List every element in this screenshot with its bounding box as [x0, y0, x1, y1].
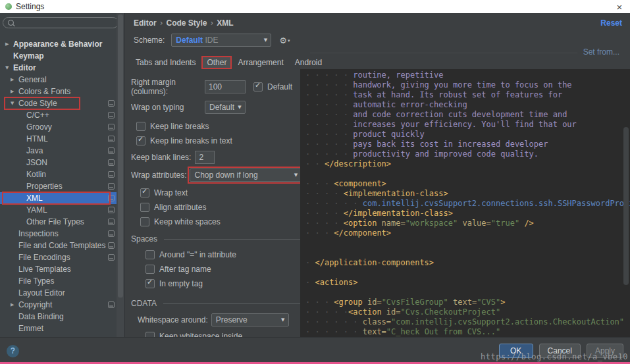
modified-indicator-icon — [108, 195, 115, 201]
sidebar-item-copyright[interactable]: ▶Copyright — [0, 299, 117, 311]
sidebar-item-yaml[interactable]: YAML — [0, 204, 117, 216]
sidebar-item-keymap[interactable]: Keymap — [0, 50, 117, 62]
sidebar-item-label: General — [18, 75, 47, 84]
modified-indicator-icon — [108, 124, 115, 130]
chevron-right-icon[interactable]: ▶ — [11, 89, 18, 94]
apply-button[interactable]: Apply — [587, 344, 623, 358]
sidebar-item-file-types[interactable]: File Types — [0, 275, 117, 287]
scheme-dropdown[interactable]: Default IDE ▼ — [171, 34, 271, 47]
tab-arrangement[interactable]: Arrangement — [233, 57, 288, 68]
sidebar-item-live-templates[interactable]: Live Templates — [0, 263, 117, 275]
sidebar-item-html[interactable]: HTML — [0, 133, 117, 145]
sidebar-scrollbar-thumb[interactable] — [118, 14, 123, 298]
right-margin-default-checkbox[interactable] — [253, 82, 263, 91]
tab-tabs-and-indents[interactable]: Tabs and Indents — [131, 57, 200, 68]
sidebar-item-json[interactable]: JSON — [0, 157, 117, 169]
code-line — [305, 288, 630, 298]
code-line: · · · · · product quickly — [305, 130, 630, 140]
modified-indicator-icon — [108, 301, 115, 308]
sidebar-item-label: YAML — [26, 205, 47, 215]
sidebar-item-file-and-code-templates[interactable]: File and Code Templates — [0, 240, 117, 251]
code-line: · · · · </implementation-class> — [305, 209, 630, 219]
cancel-button[interactable]: Cancel — [539, 344, 581, 358]
tab-android[interactable]: Android — [290, 57, 327, 68]
code-line: · · · · · handwork, giving you more time… — [305, 80, 630, 90]
around-equals-checkbox[interactable] — [145, 250, 155, 259]
code-line: · · · <component> — [305, 179, 630, 189]
in-empty-tag-label: In empty tag — [159, 279, 203, 288]
chevron-right-icon[interactable]: ▶ — [11, 77, 18, 82]
tab-bar: Tabs and IndentsOtherArrangementAndroid — [131, 57, 327, 68]
keep-whitespace-inside-checkbox[interactable] — [145, 332, 155, 337]
sidebar-item-editor[interactable]: ▼Editor — [0, 62, 117, 74]
sidebar-item-layout-editor[interactable]: Layout Editor — [0, 287, 117, 299]
code-line: · · · · · pays back its cost in increase… — [305, 140, 630, 149]
tab-other[interactable]: Other — [202, 57, 231, 68]
sidebar-item-c-c[interactable]: C/C++ — [0, 109, 117, 121]
reset-link[interactable]: Reset — [600, 18, 622, 28]
wrap-text-checkbox[interactable] — [140, 188, 149, 197]
chevron-down-icon[interactable]: ▼ — [5, 65, 13, 70]
sidebar-item-label: Appearance & Behavior — [13, 39, 102, 49]
settings-tree: ▶Appearance & BehaviorKeymap▼Editor▶Gene… — [0, 42, 117, 337]
code-line: · · · · · · text="C_heck Out from CVS...… — [305, 327, 630, 337]
sidebar-item-colors-fonts[interactable]: ▶Colors & Fonts — [0, 86, 117, 97]
chevron-down-icon: ▼ — [278, 317, 288, 323]
sidebar-item-emmet[interactable]: Emmet — [0, 323, 117, 334]
chevron-right-icon[interactable]: ▶ — [11, 302, 18, 307]
ok-button[interactable]: OK — [499, 344, 533, 358]
code-line — [305, 238, 630, 248]
code-line — [305, 268, 630, 278]
modified-indicator-icon — [108, 219, 115, 225]
search-input[interactable] — [3, 17, 118, 28]
chevron-right-icon[interactable]: ▶ — [5, 41, 13, 47]
wrap-on-typing-dropdown[interactable]: Default ▼ — [205, 101, 246, 114]
settings-dialog: ▶Appearance & BehaviorKeymap▼Editor▶Gene… — [0, 13, 630, 337]
sidebar-item-kotlin[interactable]: Kotlin — [0, 169, 117, 180]
set-from-divider — [310, 53, 577, 53]
gear-icon[interactable]: ⚙▾ — [279, 36, 290, 45]
breadcrumb-editor: Editor — [134, 18, 157, 28]
whitespace-around-dropdown[interactable]: Preserve ▼ — [211, 313, 289, 326]
sidebar-item-other-file-types[interactable]: Other File Types — [0, 216, 117, 228]
keep-line-breaks-checkbox[interactable] — [136, 122, 145, 131]
chevron-down-icon[interactable]: ▼ — [11, 101, 18, 106]
align-attributes-checkbox[interactable] — [140, 203, 149, 212]
sidebar-scrollbar[interactable] — [117, 13, 124, 337]
settings-main-panel: Editor›Code Style›XML Reset Scheme: Defa… — [126, 13, 630, 337]
sidebar-item-appearance-behavior[interactable]: ▶Appearance & Behavior — [0, 38, 117, 50]
align-attributes-label: Align attributes — [154, 203, 206, 212]
keep-line-breaks-in-text-checkbox[interactable] — [136, 136, 145, 145]
modified-indicator-icon — [108, 242, 115, 249]
sidebar-item-code-style[interactable]: ▼Code Style — [0, 97, 117, 109]
set-from-link[interactable]: Set from... — [583, 47, 619, 57]
code-line: · · · · · routine, repetitive — [305, 70, 630, 80]
wrap-attributes-dropdown[interactable]: Chop down if long ▼ — [190, 169, 301, 182]
chevron-down-icon: ▼ — [260, 38, 271, 43]
sidebar-item-label: Copyright — [18, 300, 52, 309]
sidebar-item-inspections[interactable]: Inspections — [0, 228, 117, 240]
right-margin-input[interactable]: 100 — [205, 80, 246, 93]
dialog-footer: ? OK Cancel Apply — [0, 337, 630, 364]
spaces-section-header: Spaces — [131, 234, 301, 244]
settings-app-icon — [5, 3, 12, 10]
sidebar-item-groovy[interactable]: Groovy — [0, 121, 117, 133]
help-icon[interactable]: ? — [7, 345, 19, 357]
sidebar-item-xml[interactable]: XML — [0, 192, 117, 204]
keep-blank-lines-input[interactable]: 2 — [195, 151, 215, 164]
preview-scrollbar-thumb[interactable] — [623, 127, 629, 285]
sidebar-item-properties[interactable]: Properties — [0, 180, 117, 192]
code-line: · · · · ·<action id="Cvs.CheckoutProject… — [305, 307, 630, 317]
in-empty-tag-checkbox[interactable] — [145, 279, 155, 288]
sidebar-item-label: XML — [26, 194, 43, 203]
sidebar-item-data-binding[interactable]: Data Binding — [0, 311, 117, 323]
sidebar-item-general[interactable]: ▶General — [0, 74, 117, 86]
after-tag-name-checkbox[interactable] — [145, 265, 155, 274]
keep-white-spaces-checkbox[interactable] — [140, 217, 149, 226]
sidebar-item-label: Groovy — [26, 122, 52, 132]
sidebar-item-label: Kotlin — [26, 170, 46, 179]
sidebar-item-file-encodings[interactable]: File Encodings — [0, 251, 117, 263]
close-icon[interactable]: × — [613, 1, 626, 13]
sidebar-item-label: JSON — [26, 158, 47, 167]
sidebar-item-java[interactable]: Java — [0, 145, 117, 157]
